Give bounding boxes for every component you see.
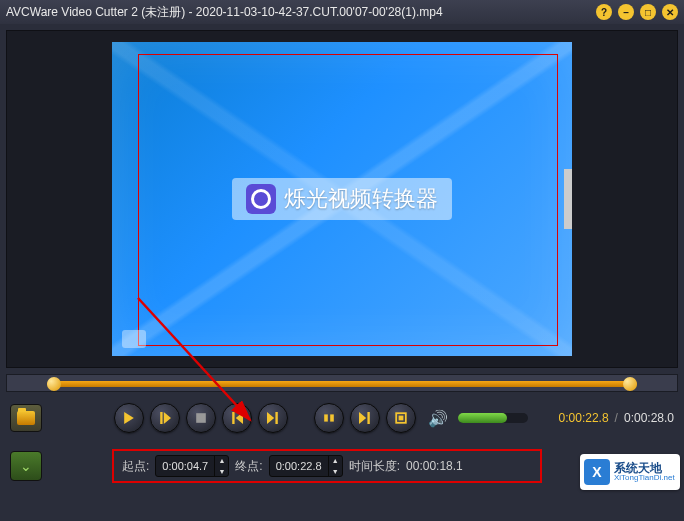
- timeline-start-handle[interactable]: [47, 377, 61, 391]
- start-down-icon[interactable]: ▼: [215, 466, 228, 477]
- side-handle[interactable]: [564, 169, 572, 229]
- open-file-button[interactable]: [10, 404, 42, 432]
- window-title: AVCWare Video Cutter 2 (未注册) - 2020-11-0…: [6, 4, 596, 21]
- chevron-down-icon: ⌄: [20, 458, 32, 474]
- stop-button[interactable]: [186, 403, 216, 433]
- controls-row: 🔊 0:00:22.8 / 0:00:28.0: [6, 398, 678, 438]
- prev-frame-button[interactable]: [222, 403, 252, 433]
- video-preview-area: 烁光视频转换器: [6, 30, 678, 368]
- set-start-button[interactable]: [150, 403, 180, 433]
- svg-rect-5: [399, 416, 404, 421]
- speaker-icon[interactable]: 🔊: [428, 409, 448, 428]
- volume-fill: [458, 413, 507, 423]
- total-time: 0:00:28.0: [624, 411, 674, 425]
- svg-rect-3: [330, 414, 334, 421]
- start-up-icon[interactable]: ▲: [215, 455, 228, 466]
- start-time-spinner[interactable]: 0:00:04.7 ▲▼: [155, 455, 229, 477]
- svg-rect-2: [324, 414, 328, 421]
- duration-label: 时间长度:: [349, 458, 400, 475]
- folder-icon: [17, 411, 35, 425]
- expand-button[interactable]: ⌄: [10, 451, 42, 481]
- end-up-icon[interactable]: ▲: [329, 455, 342, 466]
- timeline-end-handle[interactable]: [623, 377, 637, 391]
- svg-rect-1: [196, 413, 206, 423]
- video-frame[interactable]: 烁光视频转换器: [112, 42, 572, 356]
- end-down-icon[interactable]: ▼: [329, 466, 342, 477]
- time-display: 0:00:22.8 / 0:00:28.0: [559, 411, 674, 425]
- video-watermark: 烁光视频转换器: [232, 178, 452, 220]
- timeline[interactable]: [6, 374, 678, 392]
- minimize-button[interactable]: –: [618, 4, 634, 20]
- close-button[interactable]: ✕: [662, 4, 678, 20]
- watermark-text: 烁光视频转换器: [284, 184, 438, 214]
- current-time: 0:00:22.8: [559, 411, 609, 425]
- set-end-button[interactable]: [350, 403, 380, 433]
- time-separator: /: [615, 411, 618, 425]
- cut-panel: 起点: 0:00:04.7 ▲▼ 终点: 0:00:22.8 ▲▼ 时间长度: …: [112, 449, 542, 483]
- bottom-row: ⌄ 起点: 0:00:04.7 ▲▼ 终点: 0:00:22.8 ▲▼ 时间长度…: [6, 444, 678, 488]
- cut-button[interactable]: [314, 403, 344, 433]
- help-button[interactable]: ?: [596, 4, 612, 20]
- site-logo-icon: [584, 459, 610, 485]
- maximize-button[interactable]: □: [640, 4, 656, 20]
- site-name-en: XiTongTianDi.net: [614, 474, 675, 482]
- timeline-range: [47, 381, 637, 387]
- watermark-logo-icon: [246, 184, 276, 214]
- play-button[interactable]: [114, 403, 144, 433]
- duration-value: 00:00:18.1: [406, 459, 463, 473]
- start-time-value: 0:00:04.7: [156, 460, 214, 472]
- start-label: 起点:: [122, 458, 149, 475]
- end-time-spinner[interactable]: 0:00:22.8 ▲▼: [269, 455, 343, 477]
- titlebar: AVCWare Video Cutter 2 (未注册) - 2020-11-0…: [0, 0, 684, 24]
- snapshot-button[interactable]: [386, 403, 416, 433]
- site-watermark: 系统天地 XiTongTianDi.net: [580, 454, 680, 490]
- camera-icon: [122, 330, 146, 348]
- end-label: 终点:: [235, 458, 262, 475]
- end-time-value: 0:00:22.8: [270, 460, 328, 472]
- next-frame-button[interactable]: [258, 403, 288, 433]
- volume-slider[interactable]: [458, 413, 528, 423]
